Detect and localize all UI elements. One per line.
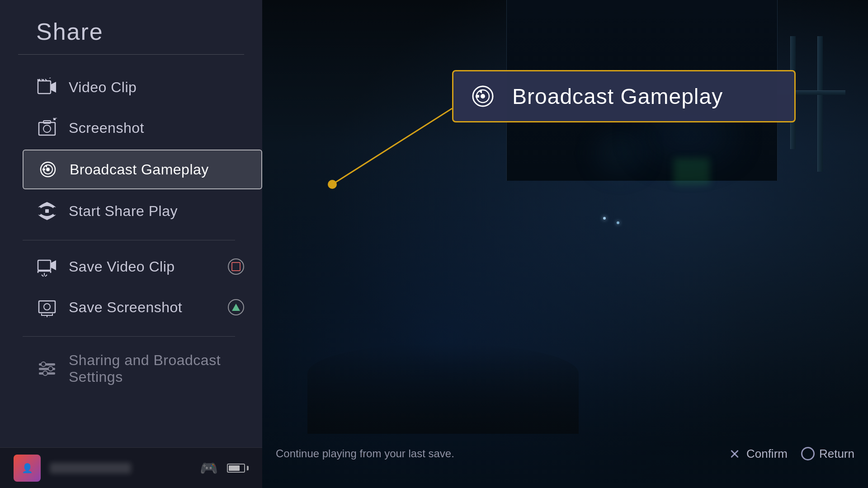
square-shortcut (228, 258, 244, 275)
svg-rect-3 (39, 122, 55, 135)
broadcast-icon (37, 159, 59, 180)
share-play-icon (36, 200, 58, 222)
svg-point-14 (44, 304, 50, 310)
confirm-label: Confirm (746, 447, 788, 461)
save-screenshot-icon (36, 296, 58, 318)
indicator-light-1 (603, 217, 606, 220)
menu-separator-1 (23, 240, 235, 240)
menu-item-sharing-settings[interactable]: Sharing and Broadcast Settings (23, 344, 262, 394)
screenshot-icon (36, 117, 58, 139)
menu-item-save-screenshot[interactable]: Save Screenshot (23, 288, 262, 326)
menu-item-screenshot[interactable]: Screenshot (23, 109, 262, 147)
controller-icon: 🎮 (200, 460, 218, 477)
return-label: Return (819, 447, 854, 461)
share-menu-panel: Share Video Clip (0, 0, 262, 488)
controller-status: 🎮 (200, 460, 249, 477)
panel-divider (18, 54, 244, 55)
bottom-info-bar: Continue playing from your last save. Co… (276, 446, 854, 461)
battery-icon (227, 464, 249, 473)
start-share-play-label: Start Share Play (69, 203, 178, 220)
svg-point-18 (41, 362, 46, 366)
battery-body (227, 464, 245, 473)
video-clip-icon (36, 76, 58, 98)
broadcast-tooltip-icon (467, 80, 499, 112)
svg-point-4 (43, 125, 51, 132)
save-video-icon (36, 256, 58, 277)
battery-fill (229, 465, 240, 471)
indicator-light-2 (617, 221, 619, 224)
settings-icon (36, 358, 58, 380)
circle-icon (801, 447, 815, 460)
pipe-vertical-1 (817, 36, 823, 172)
vehicle-silhouette (307, 343, 579, 434)
triangle-shortcut (228, 299, 244, 315)
menu-item-start-share-play[interactable]: Start Share Play (23, 192, 262, 230)
tooltip-label: Broadcast Gameplay (512, 84, 723, 109)
svg-rect-12 (38, 260, 51, 270)
screenshot-label: Screenshot (69, 120, 144, 136)
bottom-bar: 👤 🎮 (0, 447, 262, 488)
svg-rect-0 (38, 81, 51, 94)
ambient-light-2 (597, 136, 642, 172)
panel-title: Share (0, 0, 262, 54)
menu-item-save-video-clip[interactable]: Save Video Clip (23, 248, 262, 286)
svg-point-20 (43, 371, 47, 375)
avatar: 👤 (14, 455, 41, 482)
svg-point-8 (46, 168, 50, 171)
action-buttons: Confirm Return (727, 446, 854, 461)
svg-rect-13 (39, 301, 55, 313)
svg-rect-11 (45, 209, 49, 213)
square-icon (231, 262, 241, 271)
return-button[interactable]: Return (801, 447, 854, 461)
username (50, 463, 131, 474)
sharing-settings-label: Sharing and Broadcast Settings (69, 352, 253, 385)
video-clip-label: Video Clip (69, 79, 137, 96)
svg-rect-9 (42, 169, 45, 170)
menu-item-broadcast-gameplay[interactable]: Broadcast Gameplay (23, 150, 262, 189)
green-panel-light (674, 158, 710, 185)
continue-text: Continue playing from your last save. (276, 447, 454, 460)
menu-separator-2 (23, 336, 235, 337)
svg-rect-24 (476, 95, 479, 98)
game-preview-panel: Broadcast Gameplay Continue playing from… (262, 0, 868, 488)
triangle-icon (232, 304, 240, 311)
svg-point-23 (481, 94, 485, 99)
menu-item-video-clip[interactable]: Video Clip (23, 68, 262, 106)
save-video-clip-label: Save Video Clip (69, 258, 175, 275)
cross-icon (727, 446, 742, 461)
menu-list: Video Clip Screenshot (0, 68, 262, 447)
battery-tip (247, 466, 249, 470)
confirm-button[interactable]: Confirm (727, 446, 788, 461)
save-screenshot-label: Save Screenshot (69, 299, 182, 316)
broadcast-gameplay-label: Broadcast Gameplay (70, 161, 209, 178)
svg-point-19 (48, 366, 53, 371)
broadcast-tooltip-popup: Broadcast Gameplay (452, 70, 796, 122)
